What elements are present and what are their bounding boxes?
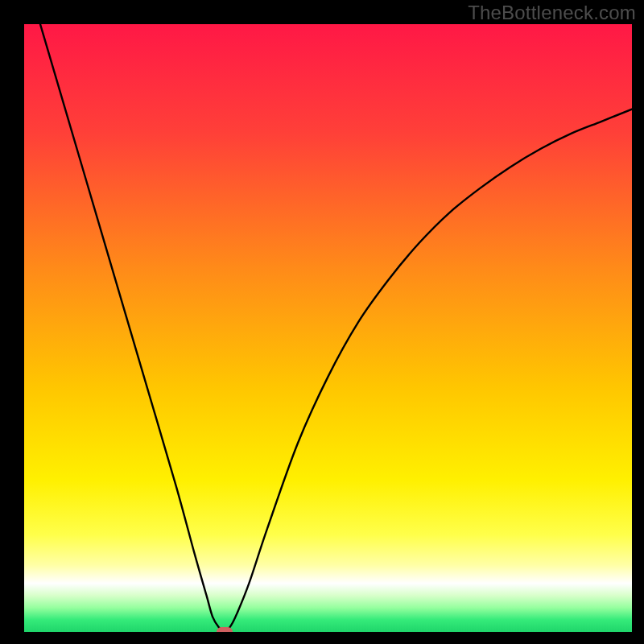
optimal-point-marker bbox=[217, 627, 233, 632]
curve-path bbox=[24, 24, 632, 632]
chart-frame: TheBottleneck.com bbox=[0, 0, 644, 644]
plot-area bbox=[24, 24, 632, 632]
bottleneck-curve bbox=[24, 24, 632, 632]
watermark-text: TheBottleneck.com bbox=[468, 2, 636, 24]
